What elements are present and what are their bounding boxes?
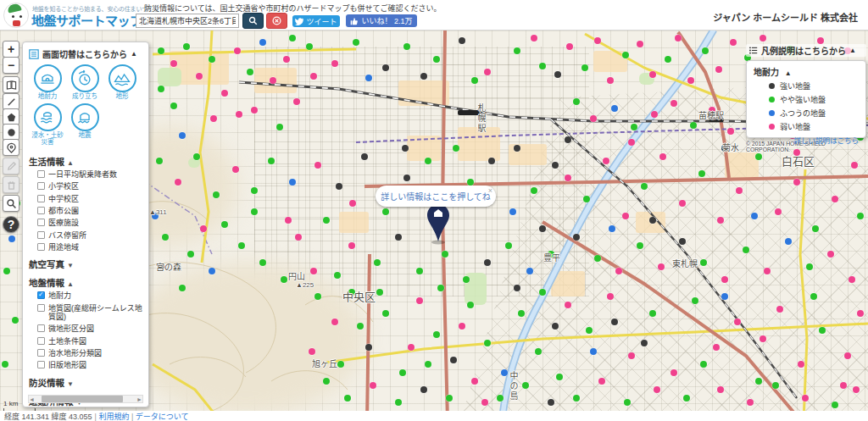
scrollbar-thumb[interactable] bbox=[42, 396, 123, 402]
search-icon bbox=[248, 15, 258, 26]
measure-line-button[interactable] bbox=[3, 93, 19, 110]
earthquake-icon bbox=[71, 103, 99, 131]
draw-circle-button[interactable] bbox=[3, 124, 19, 141]
app-logo bbox=[3, 3, 29, 28]
legend-detail-link[interactable]: 詳しい説明はこちら bbox=[754, 135, 859, 145]
screen-switch-label: 画面切替はこちらから bbox=[42, 47, 127, 60]
ground-strength-icon bbox=[34, 64, 62, 92]
map-compare-button[interactable] bbox=[3, 76, 19, 93]
location-pin[interactable] bbox=[424, 203, 453, 249]
life-info-list: 一日平均駅乗降者数小学校区中学校区都市公園医療施設バス停留所用途地域 bbox=[29, 170, 142, 252]
mode-label: 地形 bbox=[116, 93, 129, 101]
mode-formation[interactable]: 成り立ち bbox=[66, 64, 103, 101]
screen-switch-header[interactable]: 画面切替はこちらから ▲ bbox=[29, 47, 142, 60]
section-disaster-info[interactable]: 防災情報▼ bbox=[29, 376, 142, 389]
mode-label: 地震 bbox=[79, 132, 92, 140]
legend-title[interactable]: 地耐力 ▲ bbox=[754, 65, 859, 78]
checkbox-icon[interactable] bbox=[37, 349, 45, 357]
hazard-notice: 防災情報については、国土交通省や市町村のハザードマップも併せてご確認ください。 bbox=[144, 3, 442, 14]
app-window: 札幌駅苗穂駅菊水白石区中央区豊平東札幌円山▲225宮の森▲311旭ヶ丘中の島 詳… bbox=[0, 0, 868, 421]
layer-checkbox-row[interactable]: 一日平均駅乗降者数 bbox=[37, 170, 142, 179]
checkbox-icon[interactable] bbox=[37, 304, 45, 312]
panel-list-icon bbox=[29, 49, 39, 59]
map-label: 札幌駅 bbox=[475, 103, 487, 134]
checkbox-label: 一日平均駅乗降者数 bbox=[48, 170, 117, 179]
checkbox-label: 旧版地形図 bbox=[48, 361, 86, 369]
layer-checkbox-row[interactable]: 治水地形分類図 bbox=[37, 349, 142, 357]
checkbox-icon[interactable] bbox=[37, 231, 45, 239]
layer-checkbox-row[interactable]: 医療施設 bbox=[37, 219, 142, 227]
help-button[interactable]: ? bbox=[3, 216, 19, 233]
mode-ground-strength[interactable]: 地耐力 bbox=[29, 64, 66, 101]
layer-checkbox-row[interactable]: 土地条件図 bbox=[37, 337, 142, 346]
mode-flood-landslide[interactable]: 浸水・土砂災害 bbox=[29, 103, 66, 147]
section-aerial-photo[interactable]: 航空写真▼ bbox=[29, 258, 142, 270]
legend-item-weak: 弱い地盤 bbox=[769, 121, 859, 132]
scroll-right-arrow-icon[interactable]: ► bbox=[136, 396, 142, 402]
flood-landslide-icon bbox=[34, 103, 62, 131]
layer-checkbox-row[interactable]: 旧版地形図 bbox=[37, 361, 142, 369]
layer-checkbox-row[interactable]: 小学校区 bbox=[37, 182, 142, 191]
draw-polygon-button[interactable] bbox=[3, 108, 19, 125]
legend-panel: 地耐力 ▲ 強い地盤やや強い地盤ふつうの地盤弱い地盤 詳しい説明はこちら bbox=[746, 60, 866, 138]
checkbox-icon[interactable] bbox=[37, 337, 45, 345]
zoom-out-button[interactable]: − bbox=[3, 57, 19, 74]
legend-item-label: 強い地盤 bbox=[780, 80, 810, 91]
layer-checkbox-row[interactable]: 微地形区分図 bbox=[37, 324, 142, 333]
checkbox-label: バス停留所 bbox=[48, 231, 86, 240]
tooltip-close-icon[interactable]: × bbox=[488, 186, 492, 195]
panel-horizontal-scrollbar[interactable]: ◄ ► bbox=[28, 395, 143, 403]
layer-checkbox-row[interactable]: 用途地域 bbox=[37, 243, 142, 252]
checkbox-icon[interactable] bbox=[37, 207, 45, 214]
map-label: 中央区 bbox=[342, 288, 376, 304]
footer-link[interactable]: データについて bbox=[136, 413, 189, 421]
checkbox-label: 中学校区 bbox=[48, 195, 79, 203]
legend-item-label: ふつうの地盤 bbox=[780, 108, 826, 119]
section-ground-info[interactable]: 地盤情報▲ bbox=[29, 276, 142, 289]
checkbox-label: 小学校区 bbox=[48, 182, 79, 191]
search-button[interactable] bbox=[242, 13, 264, 29]
checkbox-icon[interactable] bbox=[37, 182, 45, 190]
company-name: ジャパン ホームシールド 株式会社 bbox=[713, 10, 858, 24]
mode-label: 浸水・土砂災害 bbox=[29, 132, 66, 147]
mode-terrain[interactable]: 地形 bbox=[103, 64, 141, 101]
zoom-in-button[interactable]: + bbox=[3, 41, 19, 58]
legend-toggle[interactable]: 凡例説明はこちらから ▲ bbox=[746, 44, 866, 57]
scroll-left-arrow-icon[interactable]: ◄ bbox=[29, 396, 35, 402]
checkbox-icon[interactable] bbox=[37, 324, 45, 332]
footer-link[interactable]: 利用規約 bbox=[98, 413, 129, 421]
mode-switch-grid: 地耐力成り立ち地形浸水・土砂災害地震 bbox=[29, 64, 142, 149]
legend-item-strong: 強い地盤 bbox=[769, 80, 859, 91]
checkbox-icon[interactable] bbox=[37, 195, 45, 202]
checkbox-label: 治水地形分類図 bbox=[48, 349, 102, 357]
checkbox-icon[interactable] bbox=[37, 243, 45, 251]
tweet-button[interactable]: ツイート bbox=[292, 15, 340, 27]
footer-separator: | bbox=[129, 413, 135, 421]
map-label: 苗穂駅 bbox=[698, 108, 724, 121]
layer-checkbox-row[interactable]: 地質図(産総研シームレス地質図) bbox=[37, 304, 142, 322]
collapse-arrow-icon: ▲ bbox=[785, 69, 792, 77]
checkbox-icon[interactable] bbox=[37, 361, 45, 368]
checkbox-icon[interactable] bbox=[37, 170, 45, 178]
section-life-info[interactable]: 生活情報▲ bbox=[29, 155, 142, 168]
clear-circle-icon bbox=[272, 15, 281, 26]
mode-label: 成り立ち bbox=[72, 93, 97, 101]
layer-checkbox-row[interactable]: バス停留所 bbox=[37, 231, 142, 240]
layer-checkbox-row[interactable]: 都市公園 bbox=[37, 207, 142, 215]
legend-dot-icon bbox=[769, 97, 775, 102]
address-search-input[interactable] bbox=[136, 14, 239, 28]
checkbox-icon[interactable] bbox=[37, 219, 45, 226]
like-button[interactable]: いいね！ 2.1万 bbox=[346, 14, 417, 27]
layer-checkbox-row[interactable]: 地耐力 bbox=[37, 291, 142, 300]
layer-checkbox-row[interactable]: 中学校区 bbox=[37, 195, 142, 203]
drop-pin-button[interactable] bbox=[3, 139, 19, 156]
clear-search-button[interactable] bbox=[266, 13, 287, 29]
map-label: ▲311 bbox=[149, 208, 167, 216]
search-area-button[interactable] bbox=[3, 195, 19, 212]
checkbox-checked-icon[interactable] bbox=[37, 291, 45, 299]
mode-earthquake[interactable]: 地震 bbox=[66, 103, 103, 147]
legend-item-normal: ふつうの地盤 bbox=[769, 108, 859, 119]
map-scale-label: 1 km bbox=[3, 400, 18, 407]
map-label: 中の島 bbox=[507, 371, 520, 402]
pin-tooltip[interactable]: 詳しい情報はここを押してね × bbox=[376, 186, 496, 207]
